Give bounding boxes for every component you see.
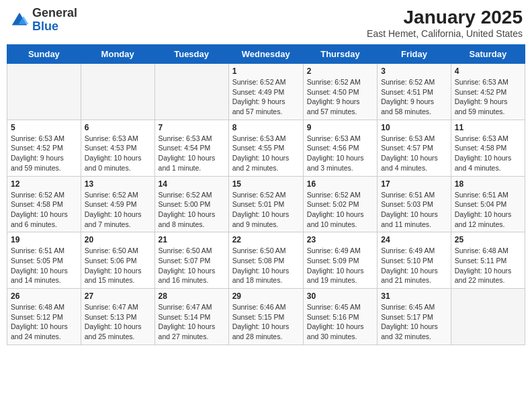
header-thursday: Thursday [303,45,377,64]
day-info: Sunrise: 6:52 AMSunset: 4:51 PMDaylight:… [381,77,447,117]
calendar-cell: 26Sunrise: 6:48 AMSunset: 5:12 PMDayligh… [7,289,81,345]
calendar-cell: 17Sunrise: 6:51 AMSunset: 5:03 PMDayligh… [378,176,451,232]
day-number: 21 [159,235,225,244]
calendar-cell: 13Sunrise: 6:52 AMSunset: 4:59 PMDayligh… [81,176,154,232]
day-info: Sunrise: 6:50 AMSunset: 5:08 PMDaylight:… [232,246,300,285]
week-row-0: 1Sunrise: 6:52 AMSunset: 4:49 PMDaylight… [7,64,525,120]
day-info: Sunrise: 6:50 AMSunset: 5:06 PMDaylight:… [85,246,151,285]
day-number: 1 [232,66,300,76]
day-number: 13 [85,179,151,189]
day-info: Sunrise: 6:52 AMSunset: 5:02 PMDaylight:… [307,190,373,230]
day-number: 4 [455,66,521,76]
calendar-cell: 28Sunrise: 6:47 AMSunset: 5:14 PMDayligh… [154,289,228,345]
day-number: 14 [159,179,225,189]
day-number: 25 [455,235,521,244]
calendar-cell: 24Sunrise: 6:49 AMSunset: 5:10 PMDayligh… [378,232,451,289]
day-number: 16 [307,179,373,189]
day-info: Sunrise: 6:49 AMSunset: 5:10 PMDaylight:… [381,246,447,285]
day-number: 3 [381,66,447,76]
title-block: January 2025 East Hemet, California, Uni… [367,7,523,39]
header-row: SundayMondayTuesdayWednesdayThursdayFrid… [7,45,525,64]
day-number: 12 [11,179,77,189]
day-number: 28 [159,291,225,301]
calendar-title: January 2025 [367,7,523,28]
logo-icon [9,10,30,30]
calendar-cell: 4Sunrise: 6:53 AMSunset: 4:52 PMDaylight… [451,64,525,120]
calendar-cell: 18Sunrise: 6:51 AMSunset: 5:04 PMDayligh… [451,176,525,232]
day-info: Sunrise: 6:52 AMSunset: 4:58 PMDaylight:… [11,190,77,230]
calendar-cell: 19Sunrise: 6:51 AMSunset: 5:05 PMDayligh… [7,232,81,289]
week-row-4: 26Sunrise: 6:48 AMSunset: 5:12 PMDayligh… [7,289,525,345]
day-info: Sunrise: 6:51 AMSunset: 5:03 PMDaylight:… [381,190,447,230]
calendar-cell: 20Sunrise: 6:50 AMSunset: 5:06 PMDayligh… [81,232,154,289]
day-number: 9 [307,123,373,132]
calendar-cell: 21Sunrise: 6:50 AMSunset: 5:07 PMDayligh… [154,232,228,289]
logo: General Blue [9,7,77,34]
day-number: 6 [85,123,151,132]
calendar-cell: 15Sunrise: 6:52 AMSunset: 5:01 PMDayligh… [228,176,303,232]
day-number: 30 [307,291,373,301]
week-row-3: 19Sunrise: 6:51 AMSunset: 5:05 PMDayligh… [7,232,525,289]
calendar-table: SundayMondayTuesdayWednesdayThursdayFrid… [7,44,525,345]
day-info: Sunrise: 6:51 AMSunset: 5:05 PMDaylight:… [11,246,77,285]
calendar-cell: 31Sunrise: 6:45 AMSunset: 5:17 PMDayligh… [378,289,451,345]
day-info: Sunrise: 6:53 AMSunset: 4:52 PMDaylight:… [11,134,77,173]
day-info: Sunrise: 6:47 AMSunset: 5:13 PMDaylight:… [85,302,151,342]
day-number: 22 [232,235,300,244]
calendar-cell: 25Sunrise: 6:48 AMSunset: 5:11 PMDayligh… [451,232,525,289]
day-info: Sunrise: 6:48 AMSunset: 5:12 PMDaylight:… [11,302,77,342]
day-number: 7 [159,123,225,132]
calendar-cell: 2Sunrise: 6:52 AMSunset: 4:50 PMDaylight… [303,64,377,120]
day-info: Sunrise: 6:53 AMSunset: 4:57 PMDaylight:… [381,134,447,173]
calendar-cell: 23Sunrise: 6:49 AMSunset: 5:09 PMDayligh… [303,232,377,289]
calendar-cell: 14Sunrise: 6:52 AMSunset: 5:00 PMDayligh… [154,176,228,232]
calendar-cell: 7Sunrise: 6:53 AMSunset: 4:54 PMDaylight… [154,120,228,176]
calendar-cell [451,289,525,345]
calendar-cell [154,64,228,120]
calendar-cell: 16Sunrise: 6:52 AMSunset: 5:02 PMDayligh… [303,176,377,232]
header-monday: Monday [81,45,154,64]
day-info: Sunrise: 6:52 AMSunset: 5:00 PMDaylight:… [159,190,225,230]
day-info: Sunrise: 6:53 AMSunset: 4:52 PMDaylight:… [455,77,521,117]
day-info: Sunrise: 6:53 AMSunset: 4:54 PMDaylight:… [159,134,225,173]
logo-blue-text: Blue [32,20,77,34]
calendar-cell: 6Sunrise: 6:53 AMSunset: 4:53 PMDaylight… [81,120,154,176]
day-info: Sunrise: 6:51 AMSunset: 5:04 PMDaylight:… [455,190,521,230]
day-number: 31 [381,291,447,301]
day-info: Sunrise: 6:52 AMSunset: 4:50 PMDaylight:… [307,77,373,117]
page-header: General Blue January 2025 East Hemet, Ca… [7,7,525,39]
day-info: Sunrise: 6:47 AMSunset: 5:14 PMDaylight:… [159,302,225,342]
calendar-header: SundayMondayTuesdayWednesdayThursdayFrid… [7,45,525,64]
day-number: 24 [381,235,447,244]
logo-general-text: General [32,7,77,20]
calendar-cell [7,64,81,120]
header-wednesday: Wednesday [228,45,303,64]
week-row-1: 5Sunrise: 6:53 AMSunset: 4:52 PMDaylight… [7,120,525,176]
day-number: 8 [232,123,300,132]
header-friday: Friday [378,45,451,64]
day-info: Sunrise: 6:52 AMSunset: 4:59 PMDaylight:… [85,190,151,230]
header-saturday: Saturday [451,45,525,64]
day-number: 5 [11,123,77,132]
day-number: 18 [455,179,521,189]
day-info: Sunrise: 6:53 AMSunset: 4:56 PMDaylight:… [307,134,373,173]
week-row-2: 12Sunrise: 6:52 AMSunset: 4:58 PMDayligh… [7,176,525,232]
day-number: 23 [307,235,373,244]
calendar-cell [81,64,154,120]
calendar-cell: 3Sunrise: 6:52 AMSunset: 4:51 PMDaylight… [378,64,451,120]
day-info: Sunrise: 6:52 AMSunset: 4:49 PMDaylight:… [232,77,300,117]
header-sunday: Sunday [7,45,81,64]
day-info: Sunrise: 6:50 AMSunset: 5:07 PMDaylight:… [159,246,225,285]
day-info: Sunrise: 6:53 AMSunset: 4:55 PMDaylight:… [232,134,300,173]
calendar-cell: 11Sunrise: 6:53 AMSunset: 4:58 PMDayligh… [451,120,525,176]
day-info: Sunrise: 6:45 AMSunset: 5:16 PMDaylight:… [307,302,373,342]
calendar-cell: 8Sunrise: 6:53 AMSunset: 4:55 PMDaylight… [228,120,303,176]
calendar-body: 1Sunrise: 6:52 AMSunset: 4:49 PMDaylight… [7,64,525,345]
calendar-cell: 5Sunrise: 6:53 AMSunset: 4:52 PMDaylight… [7,120,81,176]
day-info: Sunrise: 6:49 AMSunset: 5:09 PMDaylight:… [307,246,373,285]
calendar-subtitle: East Hemet, California, United States [367,28,523,39]
header-tuesday: Tuesday [154,45,228,64]
day-number: 26 [11,291,77,301]
calendar-cell: 22Sunrise: 6:50 AMSunset: 5:08 PMDayligh… [228,232,303,289]
day-number: 15 [232,179,300,189]
